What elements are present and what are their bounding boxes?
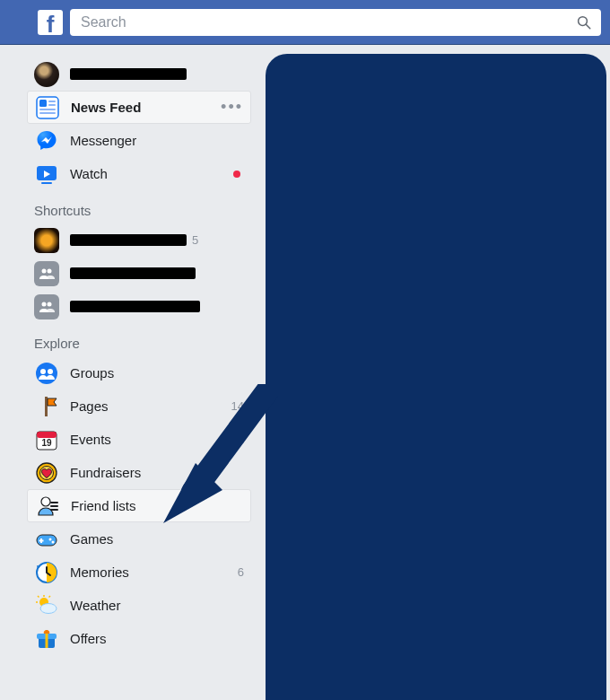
group-thumbnail [34, 228, 59, 253]
svg-rect-41 [46, 634, 48, 648]
sidebar-item-groups[interactable]: Groups [27, 356, 251, 389]
content: News Feed ••• Messenger [0, 45, 610, 700]
svg-rect-29 [39, 539, 44, 541]
svg-rect-6 [39, 109, 56, 110]
section-title-explore: Explore [27, 323, 251, 356]
svg-rect-4 [48, 101, 56, 102]
facebook-logo[interactable]: f [38, 10, 63, 35]
svg-point-15 [40, 369, 46, 374]
svg-rect-26 [50, 509, 58, 511]
svg-rect-7 [39, 112, 56, 114]
sidebar-item-games[interactable]: Games [27, 522, 251, 556]
sidebar-item-label: Messenger [70, 133, 244, 148]
sidebar-item-label: Events [70, 432, 232, 447]
svg-rect-19 [37, 432, 57, 438]
sidebar-item-label: Pages [70, 398, 226, 414]
sidebar-item-label: Groups [70, 365, 244, 381]
sidebar-item-shortcut[interactable]: 5 [27, 223, 251, 257]
profile-name-redacted [70, 68, 187, 80]
group-thumbnail [34, 294, 59, 319]
search-icon[interactable] [576, 14, 592, 31]
sidebar-item-messenger[interactable]: Messenger [27, 124, 251, 157]
svg-text:19: 19 [41, 438, 52, 448]
svg-point-31 [52, 540, 55, 543]
watch-icon [34, 162, 59, 187]
item-count: 1 [238, 433, 244, 446]
memories-icon [34, 560, 59, 585]
sidebar: News Feed ••• Messenger [0, 45, 258, 700]
sidebar-item-pages[interactable]: Pages 14 [27, 389, 251, 423]
sidebar-item-friend-lists[interactable]: Friend lists [27, 489, 251, 522]
sidebar-item-label: Games [70, 531, 244, 547]
svg-point-23 [41, 497, 50, 506]
sidebar-item-news-feed[interactable]: News Feed ••• [27, 91, 251, 124]
svg-line-36 [38, 596, 39, 598]
friend-lists-icon [35, 494, 60, 519]
sidebar-item-fundraisers[interactable]: Fundraisers [27, 456, 251, 489]
sidebar-item-label: Memories [70, 564, 232, 580]
svg-point-12 [42, 302, 47, 306]
sidebar-item-label: Weather [70, 598, 244, 613]
shortcut-name-redacted [70, 234, 187, 246]
svg-point-14 [36, 363, 57, 384]
messenger-icon [34, 128, 59, 153]
news-feed-icon [35, 95, 60, 120]
svg-rect-24 [50, 502, 58, 503]
sidebar-item-label: Offers [70, 631, 244, 646]
search-wrap [70, 9, 601, 36]
item-count: 6 [238, 565, 244, 579]
svg-line-37 [49, 596, 51, 598]
sidebar-item-label: News Feed [71, 100, 215, 115]
svg-rect-25 [50, 505, 58, 507]
sidebar-item-shortcut[interactable] [27, 290, 251, 323]
sidebar-item-events[interactable]: 19 Events 1 [27, 423, 251, 456]
svg-point-13 [48, 302, 52, 306]
notification-dot [233, 171, 240, 178]
sidebar-item-shortcut[interactable] [27, 257, 251, 290]
shortcut-name-redacted [70, 301, 200, 312]
groups-icon [34, 361, 59, 386]
pages-icon [34, 394, 59, 419]
offers-icon [34, 626, 59, 652]
shortcut-count: 5 [192, 233, 198, 247]
sidebar-item-profile[interactable] [27, 57, 251, 91]
svg-point-30 [49, 538, 52, 540]
content-placeholder [266, 54, 606, 700]
svg-rect-3 [39, 100, 47, 107]
search-input[interactable] [70, 9, 601, 36]
svg-point-10 [42, 268, 47, 273]
sidebar-item-label: Friend lists [71, 498, 243, 513]
section-title-shortcuts: Shortcuts [27, 190, 251, 223]
svg-line-1 [586, 24, 590, 29]
sidebar-item-label: Watch [70, 166, 233, 181]
svg-point-16 [48, 369, 53, 374]
sidebar-item-watch[interactable]: Watch [27, 157, 251, 190]
svg-rect-5 [48, 104, 56, 106]
events-icon: 19 [34, 427, 59, 452]
more-icon[interactable]: ••• [221, 98, 243, 117]
svg-point-11 [48, 268, 52, 273]
avatar [34, 62, 59, 87]
shortcut-name-redacted [70, 267, 196, 279]
item-count: 14 [231, 399, 244, 413]
fundraisers-icon [34, 460, 59, 486]
sidebar-item-weather[interactable]: Weather [27, 589, 251, 622]
svg-rect-9 [41, 182, 52, 184]
main-panel [258, 45, 610, 700]
group-thumbnail [34, 261, 59, 286]
sidebar-item-memories[interactable]: Memories 6 [27, 556, 251, 589]
topbar: f [0, 0, 610, 45]
svg-point-38 [40, 603, 57, 613]
sidebar-item-label: Fundraisers [70, 465, 244, 480]
sidebar-item-offers[interactable]: Offers [27, 622, 251, 655]
weather-icon [34, 593, 59, 618]
games-icon [34, 527, 59, 552]
